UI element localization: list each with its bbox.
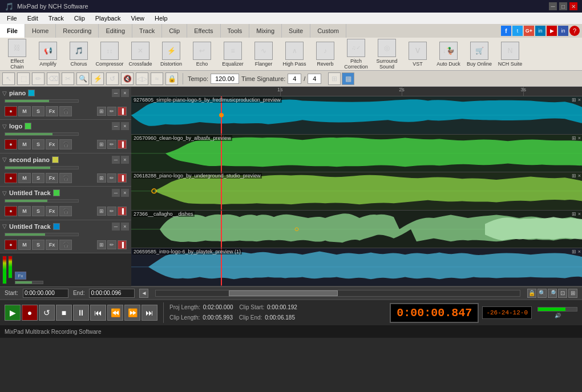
close-button[interactable]: ✕: [569, 2, 577, 10]
tool-mute[interactable]: 🔇: [121, 72, 134, 85]
track-second-piano-headphones[interactable]: 🎧: [59, 173, 72, 183]
vst-btn[interactable]: V VST: [403, 41, 433, 68]
tab-recording[interactable]: Recording: [56, 24, 99, 38]
minimize-button[interactable]: ─: [549, 2, 557, 10]
social-linkedin[interactable]: in: [535, 26, 545, 36]
loop-button[interactable]: ↺: [39, 305, 55, 321]
tab-track[interactable]: Track: [132, 24, 162, 38]
track-untitled2-icon1[interactable]: ⊞: [97, 240, 106, 249]
track-logo-settings[interactable]: ×: [121, 122, 129, 130]
track-untitled2-icon2[interactable]: ✏: [107, 240, 116, 249]
track-logo-mute[interactable]: M: [18, 139, 31, 149]
social-twitter[interactable]: t: [512, 26, 523, 36]
timeline-scrollbar[interactable]: [155, 290, 520, 297]
surround-sound-btn[interactable]: ◎ Surround Sound: [372, 38, 402, 71]
tab-home[interactable]: Home: [25, 24, 56, 38]
track-untitled1-mute[interactable]: M: [18, 206, 31, 216]
track-untitled2-volume[interactable]: [5, 233, 79, 236]
track-untitled2-collapse[interactable]: ─: [112, 223, 120, 231]
menu-track[interactable]: Track: [44, 14, 68, 23]
echo-btn[interactable]: ↩ Echo: [187, 41, 217, 68]
tool-arrow[interactable]: ↖: [2, 72, 15, 85]
track-piano-rec[interactable]: ●: [5, 106, 17, 116]
tool-normalize[interactable]: ≈: [151, 72, 163, 85]
social-fb[interactable]: f: [501, 26, 511, 36]
reverb-btn[interactable]: ♪ Reverb: [310, 41, 340, 68]
tab-clip[interactable]: Clip: [162, 24, 187, 38]
tab-tools[interactable]: Tools: [221, 24, 250, 38]
tool-pencil[interactable]: ✏: [32, 72, 45, 85]
tool-split[interactable]: ⚡: [91, 72, 104, 85]
track-second-piano-collapse[interactable]: ─: [112, 156, 120, 164]
track-piano-volume[interactable]: [5, 99, 79, 103]
master-volume[interactable]: [15, 281, 43, 284]
zoom-lock-btn[interactable]: 🔒: [527, 289, 536, 298]
equalizer-btn[interactable]: ≡ Equalizer: [218, 41, 248, 68]
tab-suite[interactable]: Suite: [282, 24, 310, 38]
goto-start-btn[interactable]: ◄: [139, 289, 148, 298]
tool-fade[interactable]: ◁▷: [136, 72, 148, 85]
auto-duck-btn[interactable]: ↓🦆 Auto Duck: [434, 41, 463, 68]
master-vol-slider[interactable]: [537, 307, 577, 312]
track-untitled1-icon1[interactable]: ⊞: [97, 207, 106, 216]
tab-editing[interactable]: Editing: [99, 24, 132, 38]
track-untitled1-icon2[interactable]: ✏: [107, 207, 116, 216]
end-input[interactable]: [89, 289, 135, 298]
track-logo-rec[interactable]: ●: [5, 139, 17, 149]
tab-mixing[interactable]: Mixing: [249, 24, 282, 38]
track-piano-mute[interactable]: M: [18, 106, 31, 116]
track-untitled2-mute[interactable]: M: [18, 240, 31, 250]
master-fx[interactable]: Fx: [15, 272, 26, 280]
track-untitled1-volume[interactable]: [5, 199, 79, 203]
track-untitled1-rec[interactable]: ●: [5, 206, 17, 216]
tab-effects[interactable]: Effects: [187, 24, 220, 38]
pitch-correction-btn[interactable]: ♫✓ Pitch Correction: [341, 38, 371, 71]
social-other[interactable]: in: [558, 26, 568, 36]
track-piano-fx[interactable]: Fx: [46, 106, 58, 116]
skip-end-button[interactable]: ⏭: [142, 305, 157, 321]
track-second-piano-mute[interactable]: M: [18, 173, 31, 183]
tab-file[interactable]: File: [0, 24, 25, 38]
track-second-piano-icon2[interactable]: ✏: [107, 173, 116, 183]
track-untitled1-headphones[interactable]: 🎧: [59, 206, 72, 216]
distortion-btn[interactable]: ⚡ Distortion: [156, 41, 186, 68]
amplify-btn[interactable]: 📢 Amplify: [33, 41, 63, 68]
start-input[interactable]: [23, 289, 68, 298]
track-piano-settings[interactable]: ×: [121, 89, 129, 97]
high-pass-btn[interactable]: ∧ High Pass: [280, 41, 309, 68]
menu-help[interactable]: Help: [150, 14, 172, 23]
track-piano-headphones[interactable]: 🎧: [59, 106, 72, 116]
track-untitled2-settings[interactable]: ×: [121, 223, 129, 231]
track-chevron-logo[interactable]: ▽: [2, 123, 7, 130]
play-button[interactable]: ▶: [5, 305, 21, 321]
nch-suite-btn[interactable]: N NCH Suite: [495, 41, 525, 68]
track-logo-fx[interactable]: Fx: [46, 139, 58, 149]
social-youtube[interactable]: ▶: [547, 26, 557, 36]
track-second-piano-rec[interactable]: ●: [5, 173, 17, 183]
track-chevron-untitled1[interactable]: ▽: [2, 190, 7, 196]
track-untitled2-rec[interactable]: ●: [5, 240, 17, 250]
fwd-button[interactable]: ⏩: [124, 305, 140, 321]
track-piano-icon1[interactable]: ⊞: [97, 107, 106, 116]
menu-playback[interactable]: Playback: [91, 14, 126, 23]
effect-chain-btn[interactable]: ⛓ Effect Chain: [2, 38, 32, 71]
track-untitled2-solo[interactable]: S: [32, 240, 45, 250]
track-second-piano-fx[interactable]: Fx: [46, 173, 58, 183]
tool-extra2[interactable]: ▩: [342, 72, 354, 85]
menu-edit[interactable]: Edit: [23, 14, 43, 23]
track-logo-volume[interactable]: [5, 132, 79, 136]
pause-button[interactable]: ⏸: [73, 305, 89, 321]
track-second-piano-settings[interactable]: ×: [121, 156, 129, 164]
track-untitled2-fx[interactable]: Fx: [46, 240, 58, 250]
menu-clip[interactable]: Clip: [70, 14, 90, 23]
social-google[interactable]: G+: [524, 26, 534, 36]
tool-zoom[interactable]: 🔍: [76, 72, 89, 85]
scrollbar-thumb[interactable]: [229, 290, 338, 296]
back-button[interactable]: ⏪: [107, 305, 123, 321]
track-untitled1-collapse[interactable]: ─: [112, 189, 120, 197]
chorus-btn[interactable]: 🎵 Chorus: [64, 41, 94, 68]
track-second-piano-icon1[interactable]: ⊞: [97, 173, 106, 183]
track-untitled1-settings[interactable]: ×: [121, 189, 129, 197]
grid-btn[interactable]: ⊞: [568, 289, 577, 298]
track-logo-collapse[interactable]: ─: [112, 122, 120, 130]
